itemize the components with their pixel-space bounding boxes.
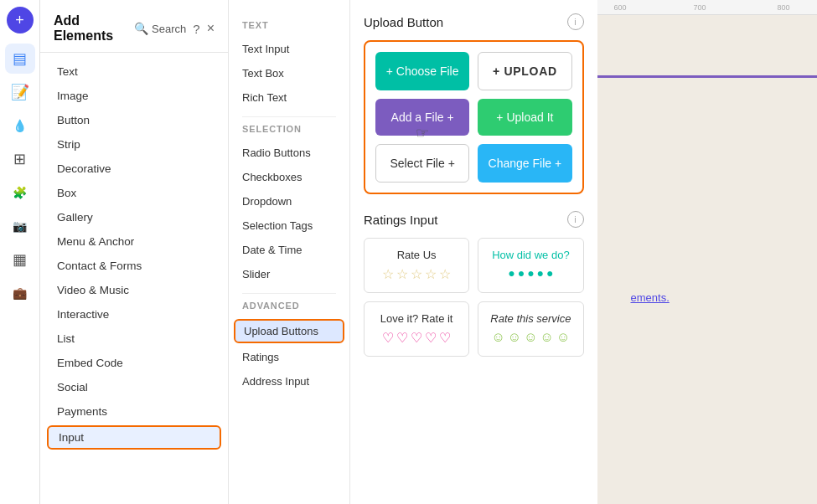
sub-section-title-selection: SELECTION [229, 124, 349, 141]
sub-item-text-input[interactable]: Text Input [229, 37, 349, 61]
nav-item-gallery[interactable]: Gallery [40, 205, 228, 229]
puzzle-icon: 🧩 [13, 186, 27, 199]
rating-card-title-rate-us: Rate Us [397, 249, 437, 261]
table-icon: ▦ [13, 250, 27, 269]
upload-button[interactable]: + UPLOAD [478, 52, 571, 90]
canvas-content: ements. [597, 15, 818, 504]
upload-buttons-grid: + Choose File + UPLOAD Add a File + ☞ + … [364, 40, 584, 194]
sidebar-icon-apps[interactable]: ⊞ [5, 144, 35, 174]
close-button[interactable]: × [207, 21, 215, 36]
add-icon: + [15, 12, 24, 29]
select-file-button[interactable]: Select File + [375, 144, 469, 183]
dots-display: ● ● ● ● ● [508, 266, 553, 280]
search-icon: 🔍 [134, 22, 148, 35]
sub-section-title-advanced: ADVANCED [229, 301, 349, 317]
sub-item-date-time[interactable]: Date & Time [229, 238, 349, 262]
sub-item-ratings[interactable]: Ratings [229, 345, 349, 369]
nav-item-strip[interactable]: Strip [40, 132, 228, 157]
sub-item-slider[interactable]: Slider [229, 262, 349, 286]
upload-it-button[interactable]: + Upload It [478, 99, 571, 136]
canvas-area: 600 700 800 ements. [597, 0, 818, 504]
sub-item-selection-tags[interactable]: Selection Tags [229, 213, 349, 238]
sub-item-rich-text[interactable]: Rich Text [229, 85, 349, 110]
ratings-info-icon[interactable]: i [567, 211, 584, 228]
nav-item-menu-anchor[interactable]: Menu & Anchor [40, 229, 228, 254]
ratings-section-header: Ratings Input i [364, 211, 584, 228]
nav-item-embed-code[interactable]: Embed Code [40, 351, 228, 375]
ruler-mark-600: 600 [614, 3, 627, 12]
rating-card-title-how-did: How did we do? [492, 249, 570, 261]
nav-item-list[interactable]: List [40, 327, 228, 351]
upload-section-header: Upload Button i [364, 13, 584, 30]
sub-item-address-input[interactable]: Address Input [229, 369, 349, 393]
stars-display: ☆ ☆ ☆ ☆ ☆ [382, 266, 451, 282]
paint-icon: 💧 [13, 119, 27, 132]
sidebar-icon-table[interactable]: ▦ [5, 244, 35, 275]
add-file-button[interactable]: Add a File + ☞ [375, 99, 469, 136]
change-file-button[interactable]: Change File + [478, 144, 571, 183]
ruler-mark-700: 700 [694, 3, 706, 12]
rating-card-title-rate-service: Rate this service [490, 312, 571, 325]
nav-item-decorative[interactable]: Decorative [40, 157, 228, 181]
rating-card-faces[interactable]: Rate this service ☺ ☺ ☺ ☺ ☺ [478, 301, 583, 357]
nav-item-contact-forms[interactable]: Contact & Forms [40, 254, 228, 278]
search-label: Search [152, 23, 186, 35]
canvas-blue-line [597, 75, 818, 78]
panel-title: Add Elements [54, 13, 134, 44]
rating-card-hearts[interactable]: Love it? Rate it ♡ ♡ ♡ ♡ ♡ [364, 301, 469, 357]
nav-item-box[interactable]: Box [40, 181, 228, 205]
sub-panel: TEXT Text Input Text Box Rich Text SELEC… [229, 0, 350, 504]
sidebar-icon-puzzle[interactable]: 🧩 [5, 177, 35, 208]
ratings-section-title: Ratings Input [364, 213, 437, 227]
apps-icon: ⊞ [13, 150, 26, 168]
search-button[interactable]: 🔍 Search [134, 22, 186, 35]
nav-item-interactive[interactable]: Interactive [40, 302, 228, 327]
help-button[interactable]: ? [193, 22, 199, 36]
sub-item-text-box[interactable]: Text Box [229, 61, 349, 85]
blog-icon: 📝 [11, 83, 29, 101]
add-elements-panel: Add Elements 🔍 Search ? × Text Image But… [40, 0, 229, 504]
panel-header: Add Elements 🔍 Search ? × [40, 0, 228, 53]
icon-sidebar: + ▤ 📝 💧 ⊞ 🧩 📷 ▦ 💼 [0, 0, 40, 504]
rating-card-dots[interactable]: How did we do? ● ● ● ● ● [478, 238, 583, 293]
nav-item-social[interactable]: Social [40, 375, 228, 399]
faces-display: ☺ ☺ ☺ ☺ ☺ [492, 330, 571, 345]
sub-item-checkboxes[interactable]: Checkboxes [229, 165, 349, 189]
upload-section-title: Upload Button [364, 15, 443, 29]
rating-card-title-love-it: Love it? Rate it [380, 312, 453, 325]
sidebar-icon-paint[interactable]: 💧 [5, 111, 35, 141]
nav-item-video-music[interactable]: Video & Music [40, 278, 228, 302]
nav-item-text[interactable]: Text [40, 59, 228, 84]
rating-card-stars[interactable]: Rate Us ☆ ☆ ☆ ☆ ☆ [364, 238, 469, 293]
nav-item-image[interactable]: Image [40, 84, 228, 108]
canvas-ruler: 600 700 800 [597, 0, 818, 15]
sidebar-icon-blog[interactable]: 📝 [5, 77, 35, 107]
layers-icon: ▤ [13, 49, 27, 68]
panel-header-icons: 🔍 Search ? × [134, 21, 215, 36]
bag-icon: 💼 [13, 286, 27, 300]
ruler-mark-800: 800 [778, 3, 790, 12]
sidebar-icon-photo[interactable]: 📷 [5, 211, 35, 241]
sub-section-title-text: TEXT [229, 20, 349, 37]
nav-item-payments[interactable]: Payments [40, 399, 228, 424]
hearts-display: ♡ ♡ ♡ ♡ ♡ [382, 330, 451, 346]
sub-item-upload-buttons[interactable]: Upload Buttons [234, 319, 344, 343]
nav-items: Text Image Button Strip Decorative Box G… [40, 53, 228, 504]
sub-item-dropdown[interactable]: Dropdown [229, 189, 349, 213]
sidebar-icon-layers[interactable]: ▤ [5, 44, 35, 74]
nav-item-button[interactable]: Button [40, 108, 228, 132]
choose-file-button[interactable]: + Choose File [375, 52, 469, 90]
main-panel: Add Elements 🔍 Search ? × Text Image But… [40, 0, 817, 504]
ratings-grid: Rate Us ☆ ☆ ☆ ☆ ☆ How did we do? ● ● ● ●… [364, 238, 584, 357]
upload-info-icon[interactable]: i [567, 13, 584, 30]
sidebar-icon-bag[interactable]: 💼 [5, 278, 35, 308]
content-panel: Upload Button i + Choose File + UPLOAD A… [350, 0, 597, 504]
nav-item-input[interactable]: Input [47, 425, 221, 450]
sub-item-radio-buttons[interactable]: Radio Buttons [229, 141, 349, 165]
photo-icon: 📷 [13, 219, 27, 233]
add-element-button[interactable]: + [7, 7, 34, 33]
canvas-link-text[interactable]: ements. [631, 291, 670, 304]
